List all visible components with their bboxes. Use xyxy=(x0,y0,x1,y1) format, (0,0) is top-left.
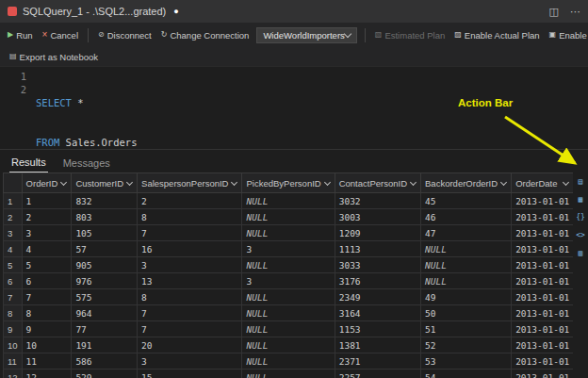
grid-cell[interactable]: 976 xyxy=(72,273,138,289)
grid-cell[interactable]: 2013-01-01 xyxy=(512,305,573,321)
chevron-down-icon[interactable] xyxy=(126,179,133,186)
column-header-backorderorderid[interactable]: BackorderOrderID xyxy=(421,173,512,193)
grid-cell[interactable]: 12 xyxy=(22,370,72,378)
row-number[interactable]: 3 xyxy=(4,225,23,241)
row-number[interactable]: 9 xyxy=(4,321,23,337)
grid-cell[interactable]: NULL xyxy=(242,225,335,241)
grid-cell[interactable]: 6 xyxy=(22,273,72,289)
grid-cell[interactable]: 1381 xyxy=(335,337,420,353)
editor-layout-icon[interactable]: ◫ xyxy=(549,6,559,18)
grid-cell[interactable]: 3164 xyxy=(335,305,420,321)
grid-cell[interactable]: NULL xyxy=(242,321,335,337)
grid-cell[interactable]: 5 xyxy=(22,257,72,273)
row-number[interactable]: 4 xyxy=(4,241,23,257)
grid-cell[interactable]: 2013-01-01 xyxy=(512,370,573,378)
row-number[interactable]: 10 xyxy=(4,337,23,353)
chevron-down-icon[interactable] xyxy=(231,179,237,186)
grid-cell[interactable]: 9 xyxy=(22,321,72,337)
column-header-contactpersonid[interactable]: ContactPersonID xyxy=(335,173,420,193)
tab-results[interactable]: Results xyxy=(9,154,48,173)
export-notebook-button[interactable]: ▤ Export as Notebook xyxy=(8,50,100,64)
grid-cell[interactable]: 57 xyxy=(72,241,138,257)
chevron-down-icon[interactable] xyxy=(60,179,67,186)
grid-cell[interactable]: NULL xyxy=(421,241,512,257)
grid-cell[interactable]: 575 xyxy=(72,289,138,305)
grid-cell[interactable]: 53 xyxy=(421,353,512,370)
grid-cell[interactable]: 50 xyxy=(421,305,512,321)
column-header-orderid[interactable]: OrderID xyxy=(22,173,72,193)
grid-cell[interactable]: 3176 xyxy=(335,273,420,289)
grid-cell[interactable]: 832 xyxy=(72,193,138,209)
grid-cell[interactable]: 105 xyxy=(72,225,138,241)
grid-cell[interactable]: NULL xyxy=(242,305,335,321)
grid-cell[interactable]: 2 xyxy=(22,209,72,225)
grid-cell[interactable]: 3 xyxy=(242,273,335,289)
more-actions-icon[interactable]: ⋯ xyxy=(570,6,580,18)
grid-cell[interactable]: 20 xyxy=(138,337,242,353)
grid-cell[interactable]: 7 xyxy=(138,321,242,337)
grid-cell[interactable]: 191 xyxy=(72,337,138,353)
grid-cell[interactable]: NULL xyxy=(242,257,335,273)
grid-cell[interactable]: 2013-01-01 xyxy=(512,273,573,289)
grid-cell[interactable]: 3 xyxy=(22,225,72,241)
column-header-salespersonpersonid[interactable]: SalespersonPersonID xyxy=(138,173,242,193)
grid-cell[interactable]: 7 xyxy=(22,289,72,305)
grid-cell[interactable]: 3 xyxy=(242,241,335,257)
grid-cell[interactable]: NULL xyxy=(421,257,512,273)
grid-cell[interactable]: 49 xyxy=(421,289,512,305)
change-connection-button[interactable]: ↻ Change Connection xyxy=(159,28,252,42)
grid-cell[interactable]: 47 xyxy=(421,225,512,241)
grid-cell[interactable]: 1153 xyxy=(335,321,420,337)
run-button[interactable]: ▶ Run xyxy=(6,28,35,42)
column-header-pickedbypersonid[interactable]: PickedByPersonID xyxy=(242,173,335,193)
grid-cell[interactable]: 10 xyxy=(22,337,72,353)
grid-cell[interactable]: 964 xyxy=(72,305,138,321)
save-json-icon[interactable]: {} xyxy=(575,212,587,223)
grid-cell[interactable]: 54 xyxy=(421,370,512,378)
grid-cell[interactable]: 45 xyxy=(421,193,512,209)
disconnect-button[interactable]: ⊘ Disconnect xyxy=(96,28,154,42)
grid-cell[interactable]: 2013-01-01 xyxy=(512,241,573,257)
grid-cell[interactable]: 2013-01-01 xyxy=(512,353,573,370)
estimated-plan-button[interactable]: ▧ Estimated Plan xyxy=(373,28,447,42)
grid-cell[interactable]: 3 xyxy=(138,353,242,370)
grid-cell[interactable]: 11 xyxy=(22,353,72,370)
enable-actual-plan-button[interactable]: ▨ Enable Actual Plan xyxy=(452,28,541,42)
grid-cell[interactable]: 4 xyxy=(22,241,72,257)
grid-cell[interactable]: 2013-01-01 xyxy=(512,337,573,353)
grid-cell[interactable]: NULL xyxy=(242,370,335,378)
row-number[interactable]: 6 xyxy=(4,273,23,289)
grid-cell[interactable]: 2349 xyxy=(335,289,420,305)
grid-corner[interactable] xyxy=(4,173,23,193)
grid-cell[interactable]: 2013-01-01 xyxy=(512,193,573,209)
grid-cell[interactable]: 2 xyxy=(138,193,242,209)
grid-cell[interactable]: 7 xyxy=(138,305,242,321)
tab-messages[interactable]: Messages xyxy=(61,155,112,173)
grid-cell[interactable]: NULL xyxy=(242,209,335,225)
grid-cell[interactable]: 8 xyxy=(22,305,72,321)
grid-cell[interactable]: 2013-01-01 xyxy=(512,225,573,241)
grid-cell[interactable]: 1 xyxy=(22,193,72,209)
grid-cell[interactable]: 803 xyxy=(72,209,138,225)
chevron-down-icon[interactable] xyxy=(410,179,416,186)
grid-cell[interactable]: 2013-01-01 xyxy=(512,289,573,305)
grid-cell[interactable]: 52 xyxy=(421,337,512,353)
grid-cell[interactable]: NULL xyxy=(242,353,335,370)
grid-cell[interactable]: 1113 xyxy=(335,241,420,257)
grid-cell[interactable]: NULL xyxy=(242,337,335,353)
grid-cell[interactable]: 16 xyxy=(138,241,242,257)
cancel-button[interactable]: × Cancel xyxy=(41,28,80,42)
grid-cell[interactable]: 2013-01-01 xyxy=(512,209,573,225)
row-number[interactable]: 8 xyxy=(4,305,23,321)
grid-cell[interactable]: 2257 xyxy=(335,370,420,378)
row-number[interactable]: 2 xyxy=(4,209,23,225)
row-number[interactable]: 7 xyxy=(4,289,23,305)
grid-cell[interactable]: 3003 xyxy=(335,209,420,225)
save-csv-icon[interactable]: ▤ xyxy=(575,176,587,188)
grid-cell[interactable]: 46 xyxy=(421,209,512,225)
grid-cell[interactable]: 2371 xyxy=(335,353,420,370)
grid-cell[interactable]: 8 xyxy=(138,209,242,225)
grid-cell[interactable]: 529 xyxy=(72,370,138,378)
grid-cell[interactable]: 3 xyxy=(138,257,242,273)
grid-cell[interactable]: 2013-01-01 xyxy=(512,321,573,337)
